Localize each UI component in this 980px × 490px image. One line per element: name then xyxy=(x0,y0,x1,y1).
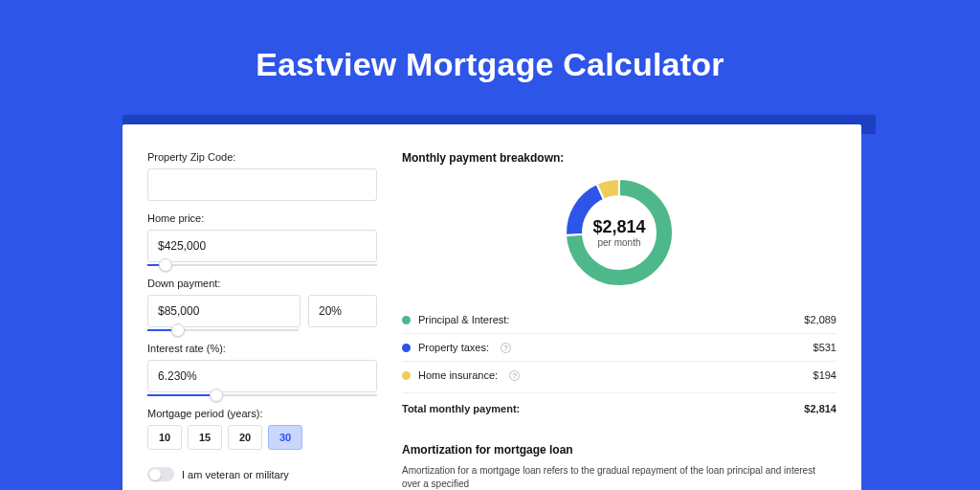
down-payment-percent-input[interactable] xyxy=(308,295,377,327)
period-button-10[interactable]: 10 xyxy=(147,425,182,450)
field-period: Mortgage period (years): 10152030 xyxy=(147,408,377,450)
legend-value: $531 xyxy=(813,342,836,353)
period-label: Mortgage period (years): xyxy=(147,408,377,419)
down-payment-slider[interactable] xyxy=(147,329,299,331)
legend-dot-icon xyxy=(402,316,411,324)
breakdown-panel: Monthly payment breakdown: $2,814 per mo… xyxy=(402,151,836,490)
home-price-label: Home price: xyxy=(147,212,377,224)
veteran-label: I am veteran or military xyxy=(182,469,289,480)
total-label: Total monthly payment: xyxy=(402,403,520,414)
donut-center: $2,814 per month xyxy=(563,176,676,289)
donut-chart-wrap: $2,814 per month xyxy=(402,176,836,289)
legend-value: $194 xyxy=(813,369,836,381)
down-payment-label: Down payment: xyxy=(147,278,377,289)
zip-input[interactable] xyxy=(147,168,377,201)
amort-title: Amortization for mortgage loan xyxy=(402,443,836,457)
period-button-20[interactable]: 20 xyxy=(228,425,262,450)
period-button-30[interactable]: 30 xyxy=(268,425,302,450)
legend-row: Home insurance:?$194 xyxy=(402,362,836,389)
donut-sub: per month xyxy=(597,237,640,248)
slider-thumb[interactable] xyxy=(171,323,185,337)
legend-dot-icon xyxy=(402,371,411,380)
interest-slider[interactable] xyxy=(147,394,377,396)
home-price-input[interactable] xyxy=(147,230,377,262)
donut-amount: $2,814 xyxy=(592,217,645,237)
field-down-payment: Down payment: xyxy=(147,278,377,331)
interest-label: Interest rate (%): xyxy=(147,343,377,354)
legend-label: Home insurance: xyxy=(418,369,498,381)
period-button-15[interactable]: 15 xyxy=(188,425,222,450)
info-icon[interactable]: ? xyxy=(509,370,520,381)
total-value: $2,814 xyxy=(804,403,836,414)
legend-row: Principal & Interest:$2,089 xyxy=(402,306,836,334)
slider-thumb[interactable] xyxy=(210,389,223,402)
total-row: Total monthly payment: $2,814 xyxy=(402,392,836,422)
home-price-slider[interactable] xyxy=(147,264,377,266)
legend-label: Property taxes: xyxy=(418,342,489,353)
calculator-card: Property Zip Code: Home price: Down paym… xyxy=(122,124,861,490)
donut-chart: $2,814 per month xyxy=(563,176,676,289)
interest-input[interactable] xyxy=(147,360,377,392)
down-payment-amount-input[interactable] xyxy=(147,295,301,327)
zip-label: Property Zip Code: xyxy=(147,151,377,163)
legend-dot-icon xyxy=(402,344,411,352)
veteran-toggle[interactable] xyxy=(147,467,174,481)
page-title: Eastview Mortgage Calculator xyxy=(0,0,980,110)
legend-label: Principal & Interest: xyxy=(418,314,509,325)
field-interest: Interest rate (%): xyxy=(147,343,377,396)
info-icon[interactable]: ? xyxy=(501,343,511,353)
veteran-row: I am veteran or military xyxy=(147,467,377,481)
field-home-price: Home price: xyxy=(147,212,377,266)
breakdown-title: Monthly payment breakdown: xyxy=(402,151,836,165)
legend-row: Property taxes:?$531 xyxy=(402,334,836,362)
legend-value: $2,089 xyxy=(804,314,836,325)
field-zip: Property Zip Code: xyxy=(147,151,377,201)
inputs-panel: Property Zip Code: Home price: Down paym… xyxy=(147,151,377,490)
slider-thumb[interactable] xyxy=(159,258,172,272)
amort-text: Amortization for a mortgage loan refers … xyxy=(402,464,836,490)
